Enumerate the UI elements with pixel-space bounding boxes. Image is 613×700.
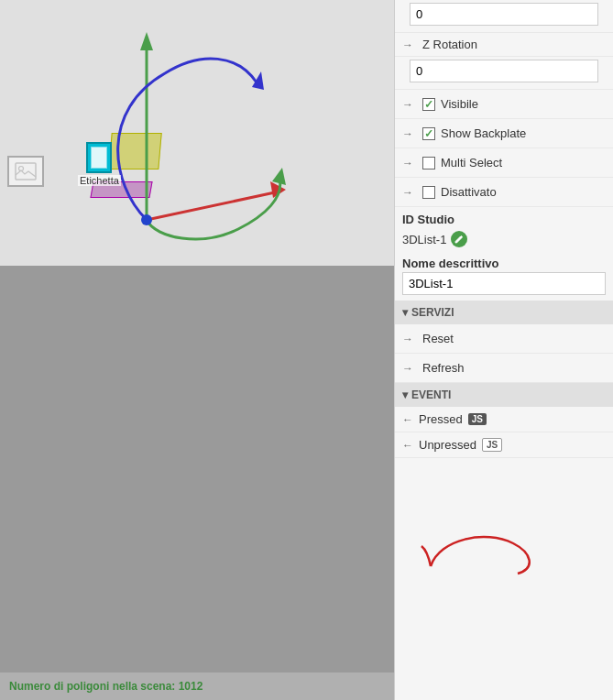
show-backplate-row: → ✓ Show Backplate — [395, 119, 613, 148]
show-backplate-checkbox[interactable]: ✓ — [422, 127, 435, 140]
floor-area — [0, 266, 394, 673]
status-text: Numero di poligoni nella scena: 1012 — [9, 680, 203, 693]
pressed-row: ← Pressed JS — [395, 407, 613, 432]
eventi-label: EVENTI — [411, 388, 451, 401]
disattivato-label: Disattivato — [441, 185, 497, 199]
unpressed-arrow-icon: ← — [402, 439, 413, 452]
svg-rect-2 — [16, 163, 36, 180]
refresh-label: Refresh — [422, 361, 465, 375]
reset-label: Reset — [422, 332, 454, 345]
id-studio-section: ID Studio 3DList-1 — [395, 207, 613, 253]
svg-rect-11 — [93, 150, 104, 165]
servizi-label: SERVIZI — [411, 306, 454, 319]
visibile-checkmark: ✓ — [424, 98, 433, 111]
pressed-js-badge[interactable]: JS — [468, 413, 487, 425]
z-rotation-input[interactable] — [410, 60, 598, 82]
pressed-arrow-icon: ← — [402, 413, 413, 426]
multi-select-row: → Multi Select — [395, 148, 613, 178]
eventi-section-header: ▾ EVENTI — [395, 383, 613, 407]
element-with-label: Etichetta — [78, 142, 121, 186]
nome-descrittivo-label: Nome descrittivo — [395, 253, 613, 272]
servizi-chevron-icon: ▾ — [402, 306, 408, 319]
scene-area — [0, 0, 394, 266]
visibile-checkbox[interactable]: ✓ — [422, 98, 435, 111]
servizi-section-header: ▾ SERVIZI — [395, 301, 613, 324]
element-icon — [86, 142, 112, 173]
disattivato-checkbox[interactable] — [422, 186, 435, 199]
visibile-row: → ✓ Visibile — [395, 90, 613, 119]
element-label-text: Etichetta — [78, 175, 121, 186]
id-studio-value-row: 3DList-1 — [402, 229, 606, 253]
unpressed-js-badge[interactable]: JS — [482, 438, 502, 452]
y-value-row — [395, 0, 613, 33]
refresh-arrow-icon: → — [402, 362, 417, 375]
multi-select-arrow-icon: → — [402, 157, 417, 170]
z-rotation-label: Z Rotation — [422, 38, 477, 51]
show-backplate-checkmark: ✓ — [424, 127, 433, 140]
image-placeholder — [7, 156, 44, 187]
multi-select-checkbox[interactable] — [422, 157, 435, 170]
edit-id-button[interactable] — [451, 231, 467, 247]
visibile-label: Visibile — [441, 97, 478, 111]
unpressed-row: ← Unpressed JS — [395, 432, 613, 458]
reset-row[interactable]: → Reset — [395, 324, 613, 354]
y-value-input[interactable] — [410, 3, 598, 26]
properties-panel: → Z Rotation → ✓ Visibile → ✓ Show Backp… — [394, 0, 613, 700]
pressed-label: Pressed — [419, 412, 463, 426]
viewport[interactable]: Etichetta Numero di poligoni nella scena… — [0, 0, 394, 700]
id-studio-value: 3DList-1 — [402, 233, 446, 246]
reset-arrow-icon: → — [402, 333, 417, 345]
id-studio-label: ID Studio — [402, 213, 606, 226]
disattivato-arrow-icon: → — [402, 186, 417, 199]
show-backplate-label: Show Backplate — [441, 126, 526, 140]
eventi-chevron-icon: ▾ — [402, 388, 408, 401]
nome-descrittivo-input[interactable] — [402, 272, 606, 295]
z-rotation-input-row — [395, 57, 613, 90]
refresh-row[interactable]: → Refresh — [395, 354, 613, 383]
multi-select-label: Multi Select — [441, 156, 502, 170]
show-backplate-arrow-icon: → — [402, 127, 417, 140]
z-rotation-row: → Z Rotation — [395, 33, 613, 57]
visibile-arrow-icon: → — [402, 98, 417, 111]
unpressed-label: Unpressed — [419, 438, 476, 452]
status-bar: Numero di poligoni nella scena: 1012 — [0, 673, 394, 700]
disattivato-row: → Disattivato — [395, 178, 613, 207]
z-rotation-arrow-icon: → — [402, 38, 417, 51]
